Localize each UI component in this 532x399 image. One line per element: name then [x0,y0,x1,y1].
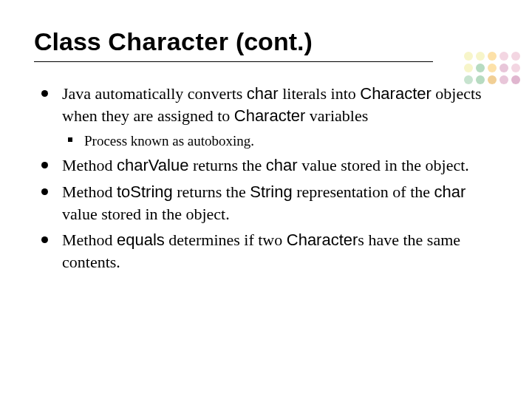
code-inline: equals [117,231,165,249]
decor-dot [511,52,520,61]
text: Process known as autoboxing. [84,133,254,149]
bullet-list: Java automatically converts char literal… [37,83,497,273]
slide-title: Class Character (cont.) [34,28,498,55]
list-item: Process known as autoboxing. [62,132,497,151]
code-inline: char [247,84,279,103]
decor-dot [476,64,485,72]
slide: Class Character (cont.) Java automatical… [0,0,532,399]
decor-dot [499,64,508,72]
text: variables [305,106,368,125]
text: Method [62,231,117,249]
code-inline: char [434,183,466,201]
text: determines if two [165,231,287,249]
text: value stored in the object. [62,205,230,223]
decor-dot [511,75,520,84]
title-code: Character [108,27,228,55]
decor-dots [464,52,520,84]
decor-dot [488,52,497,61]
list-item: Method equals determines if two Characte… [37,229,497,273]
decor-dot [464,52,473,61]
title-underline [34,61,433,62]
title-pre: Class [34,27,108,55]
code-inline: char [266,156,298,174]
code-inline: Character [234,106,306,125]
code-inline: Character [287,231,358,249]
text: Method [62,183,117,201]
code-inline: toString [117,183,173,201]
slide-body: Java automatically converts char literal… [34,83,498,273]
text: literals into [279,84,361,103]
decor-dot [499,75,508,84]
title-post: (cont.) [228,27,312,55]
code-inline: charValue [117,156,188,174]
text: Method [62,156,117,174]
decor-dot [511,64,520,72]
list-item: Method charValue returns the char value … [37,154,497,177]
text: returns the [188,156,265,174]
code-inline: String [250,183,292,201]
text: Java automatically converts [62,84,247,103]
decor-dot [488,64,497,72]
list-item: Method toString returns the String repre… [37,181,497,225]
list-item: Java automatically converts char literal… [37,83,497,150]
text: representation of the [293,183,434,201]
code-inline: Character [360,84,432,103]
text: returns the [173,183,250,201]
sub-bullet-list: Process known as autoboxing. [62,132,497,151]
decor-dot [499,52,508,61]
decor-dot [464,64,473,72]
text: value stored in the object. [298,156,469,174]
decor-dot [476,52,485,61]
